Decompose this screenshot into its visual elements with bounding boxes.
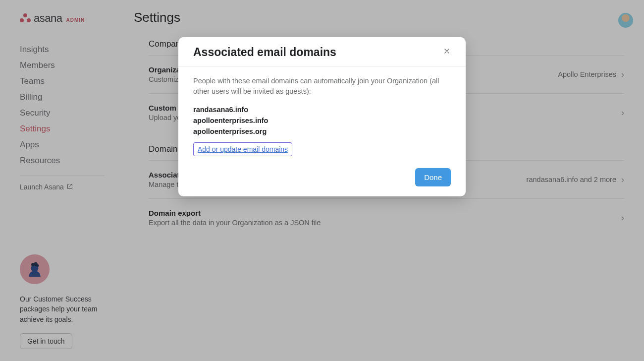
domain-list: randasana6.info apolloenterprises.info a… bbox=[193, 106, 451, 135]
modal-body: People with these email domains can auto… bbox=[178, 67, 466, 161]
add-domains-link-highlight: Add or update email domains bbox=[193, 142, 292, 156]
domain-item: apolloenterprises.info bbox=[193, 117, 451, 124]
add-or-update-domains-link[interactable]: Add or update email domains bbox=[198, 145, 288, 153]
close-icon bbox=[443, 47, 451, 57]
modal-header: Associated email domains bbox=[178, 37, 466, 67]
domain-item: apolloenterprises.org bbox=[193, 127, 451, 135]
modal-footer: Done bbox=[178, 161, 466, 196]
modal-close-button[interactable] bbox=[441, 45, 453, 60]
domain-item: randasana6.info bbox=[193, 106, 451, 114]
modal-title: Associated email domains bbox=[193, 46, 336, 59]
associated-domains-modal: Associated email domains People with the… bbox=[178, 37, 466, 196]
modal-description: People with these email domains can auto… bbox=[193, 76, 451, 97]
done-button[interactable]: Done bbox=[415, 168, 451, 186]
